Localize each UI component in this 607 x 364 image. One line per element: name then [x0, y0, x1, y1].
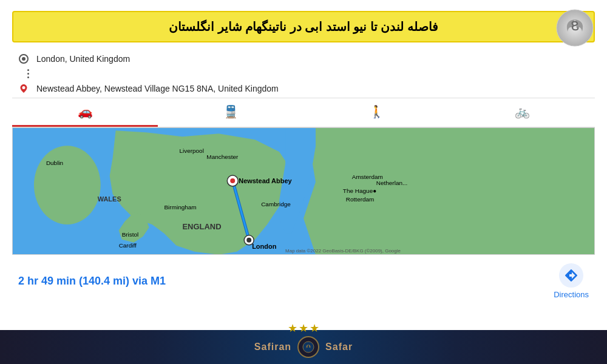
svg-point-9: [246, 238, 251, 243]
header-banner: فاصله لندن تا نیو استد ابی در ناتینگهام …: [12, 11, 595, 42]
tab-bike[interactable]: 🚲: [449, 98, 595, 127]
star-1: ★: [288, 322, 297, 335]
star-2: ★: [299, 322, 308, 335]
map-container: London Newstead Abbey Dublin Liverpool M…: [12, 127, 595, 255]
svg-text:Netherlan...: Netherlan...: [376, 180, 408, 186]
directions-label: Directions: [554, 290, 589, 299]
locations-section: London, United Kingdom Newstead Abbey, N…: [0, 42, 607, 98]
svg-text:WALES: WALES: [98, 195, 121, 203]
walk-icon: 🚶: [369, 104, 384, 119]
svg-text:Liverpool: Liverpool: [179, 147, 203, 154]
svg-text:Dublin: Dublin: [46, 160, 63, 166]
svg-text:London: London: [252, 243, 277, 250]
destination-text: Newstead Abbey, Newstead Village NG15 8N…: [36, 84, 279, 93]
transit-icon: 🚆: [223, 104, 239, 119]
tab-transit[interactable]: 🚆: [158, 98, 304, 127]
svg-text:Map data ©2022 GeoBasis-DE/BKG: Map data ©2022 GeoBasis-DE/BKG (©2009), …: [285, 248, 401, 254]
map-svg: London Newstead Abbey Dublin Liverpool M…: [13, 128, 594, 254]
svg-text:Rotterdam: Rotterdam: [346, 196, 375, 203]
svg-point-12: [230, 178, 235, 183]
svg-point-2: [22, 57, 25, 61]
svg-text:Bristol: Bristol: [122, 231, 139, 238]
svg-text:Cambridge: Cambridge: [261, 201, 291, 207]
footer-brand-right: Safar: [325, 342, 353, 352]
footer-bar: ★ ★ ★ Safiran Safar: [0, 330, 607, 364]
route-dots: [27, 68, 29, 79]
svg-point-5: [34, 146, 101, 224]
svg-text:Cardiff: Cardiff: [119, 242, 137, 249]
directions-icon: [559, 263, 583, 288]
svg-text:Birmingham: Birmingham: [164, 204, 196, 211]
svg-point-28: [303, 342, 314, 352]
footer-stars: ★ ★ ★: [288, 322, 319, 335]
directions-button[interactable]: Directions: [554, 263, 589, 299]
origin-row: London, United Kingdom: [18, 50, 589, 68]
logo: [555, 8, 595, 50]
tab-car[interactable]: 🚗: [12, 98, 158, 127]
svg-text:Newstead Abbey: Newstead Abbey: [239, 177, 292, 184]
origin-icon: [18, 53, 29, 64]
footer-logo: [297, 336, 319, 358]
svg-text:The Hague●: The Hague●: [343, 187, 376, 194]
destination-icon: [18, 83, 29, 94]
duration-text: 2 hr 49 min (140.4 mi) via M1: [18, 275, 166, 288]
svg-point-3: [22, 86, 25, 89]
bike-icon: 🚲: [515, 104, 530, 119]
duration-row: 2 hr 49 min (140.4 mi) via M1 Directions: [0, 255, 607, 308]
tab-walk[interactable]: 🚶: [304, 98, 449, 127]
car-icon: 🚗: [78, 104, 93, 119]
svg-point-0: [557, 10, 593, 46]
destination-row: Newstead Abbey, Newstead Village NG15 8N…: [18, 79, 589, 98]
star-3: ★: [310, 322, 319, 335]
origin-text: London, United Kingdom: [36, 54, 130, 64]
footer-brand-left: Safiran: [254, 342, 291, 352]
svg-text:ENGLAND: ENGLAND: [182, 222, 221, 231]
transport-tabs: 🚗 🚆 🚶 🚲: [12, 98, 595, 127]
banner-text: فاصله لندن تا نیو استد ابی در ناتینگهام …: [169, 20, 438, 33]
svg-text:Manchester: Manchester: [206, 153, 239, 160]
